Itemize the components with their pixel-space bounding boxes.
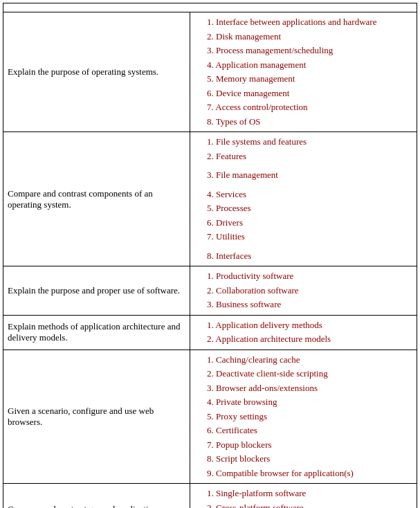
left-cell-3: Explain methods of application architect…	[3, 315, 190, 350]
content-table: Explain the purpose of operating systems…	[3, 3, 417, 508]
list-item: Features	[207, 149, 412, 163]
right-cell-2: Productivity softwareCollaboration softw…	[190, 266, 417, 316]
list-item: Productivity software	[207, 269, 412, 283]
list-item: Certificates	[207, 424, 412, 437]
list-item: Application management	[207, 58, 412, 72]
list-item: File systems and features	[207, 135, 412, 149]
left-cell-2: Explain the purpose and proper use of so…	[3, 266, 190, 316]
left-cell-4: Given a scenario, configure and use web …	[3, 350, 190, 484]
list-item: Business software	[207, 298, 412, 311]
right-cell-3: Application delivery methodsApplication …	[190, 315, 417, 350]
list-item: Types of OS	[207, 115, 412, 129]
list-item: Process management/scheduling	[207, 44, 412, 57]
list-item: Disk management	[207, 30, 412, 44]
list-item: Compatible browser for application(s)	[207, 466, 412, 480]
list-item: Private browsing	[207, 395, 412, 409]
list-item: Drivers	[207, 216, 412, 230]
right-cell-1: File systems and featuresFeaturesFile ma…	[190, 132, 417, 266]
list-item: Caching/clearing cache	[207, 353, 412, 367]
list-item: Deactivate client-side scripting	[207, 367, 412, 381]
list-item: Interfaces	[207, 249, 412, 263]
list-item: Cross-platform software	[207, 501, 412, 509]
list-item: Services	[207, 188, 412, 201]
list-item: Device management	[207, 87, 412, 100]
list-item: Single-platform software	[207, 487, 412, 500]
table-title	[3, 3, 417, 12]
list-item: Script blockers	[207, 452, 412, 466]
right-cell-5: Single-platform softwareCross-platform s…	[190, 484, 417, 509]
left-cell-0: Explain the purpose of operating systems…	[3, 12, 190, 132]
list-item: File management	[207, 168, 412, 182]
list-item: Application delivery methods	[207, 318, 412, 332]
list-item: Browser add-ons/extensions	[207, 381, 412, 395]
list-item: Memory management	[207, 72, 412, 86]
list-item: Processes	[207, 201, 412, 215]
right-cell-4: Caching/clearing cacheDeactivate client-…	[190, 350, 417, 484]
left-cell-5: Compare and contrast general application…	[3, 484, 190, 509]
list-item: Interface between applications and hardw…	[207, 15, 412, 29]
list-item: Collaboration software	[207, 284, 412, 298]
list-item: Popup blockers	[207, 438, 412, 452]
main-container: Explain the purpose of operating systems…	[3, 3, 417, 508]
list-item: Proxy settings	[207, 410, 412, 424]
list-item: Utilities	[207, 230, 412, 244]
right-cell-0: Interface between applications and hardw…	[190, 12, 417, 132]
list-item: Access control/protection	[207, 100, 412, 114]
left-cell-1: Compare and contrast components of an op…	[3, 132, 190, 266]
list-item: Application architecture models	[207, 332, 412, 346]
